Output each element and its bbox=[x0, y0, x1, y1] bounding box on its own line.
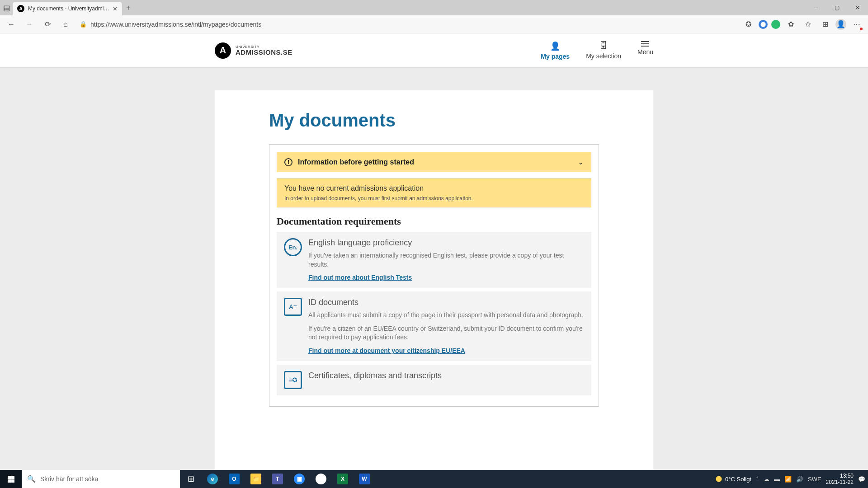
minimize-button[interactable]: ─ bbox=[806, 0, 826, 15]
requirement-title: Certificates, diplomas and transcripts bbox=[308, 371, 584, 380]
window-controls: ─ ▢ ✕ bbox=[806, 0, 868, 15]
wifi-icon[interactable]: 📶 bbox=[784, 476, 792, 483]
onedrive-icon[interactable]: ☁ bbox=[764, 476, 769, 483]
app-explorer[interactable]: 📁 bbox=[245, 470, 267, 488]
task-icons: ⊞ e O 📁 T ▣ ✦ X W bbox=[180, 470, 375, 488]
warning-banner: You have no current admissions applicati… bbox=[277, 178, 591, 207]
collections-icon[interactable]: ⊞ bbox=[818, 18, 832, 31]
browser-toolbar: ← → ⟳ ⌂ 🔒 https://www.universityadmissio… bbox=[0, 15, 868, 33]
logo-text: UNIVERSITY ADMISSIONS.SE bbox=[236, 45, 292, 56]
app-word[interactable]: W bbox=[354, 470, 375, 488]
app-teams[interactable]: T bbox=[267, 470, 288, 488]
refresh-button[interactable]: ⟳ bbox=[41, 18, 54, 31]
requirement-link[interactable]: Find out more at document your citizensh… bbox=[308, 347, 465, 354]
tray-expand-icon[interactable]: ˄ bbox=[756, 476, 759, 483]
extension-icon-2[interactable] bbox=[771, 20, 780, 29]
back-button[interactable]: ← bbox=[5, 18, 18, 31]
forward-button: → bbox=[23, 18, 36, 31]
nav-label: My selection bbox=[586, 52, 621, 60]
hamburger-icon bbox=[641, 41, 649, 47]
nav-my-pages[interactable]: 👤 My pages bbox=[541, 41, 570, 60]
tracking-icon[interactable]: ✪ bbox=[741, 18, 755, 31]
requirement-card-english: En. English language proficiency If you'… bbox=[277, 232, 591, 288]
english-icon: En. bbox=[284, 238, 302, 256]
start-button[interactable] bbox=[0, 470, 22, 488]
logo-icon: A bbox=[215, 42, 231, 59]
task-view-icon[interactable]: ⊞ bbox=[180, 470, 202, 488]
language-indicator[interactable]: SWE bbox=[808, 476, 821, 483]
id-card-icon: A≡ bbox=[284, 298, 302, 316]
chevron-down-icon: ⌄ bbox=[578, 158, 584, 166]
nav-menu[interactable]: Menu bbox=[637, 41, 653, 60]
person-icon: 👤 bbox=[550, 41, 560, 51]
page-title: My documents bbox=[269, 110, 653, 131]
address-bar[interactable]: 🔒 https://www.universityadmissions.se/in… bbox=[77, 21, 737, 28]
tab-actions-icon[interactable]: ▤ bbox=[0, 0, 13, 15]
maximize-button[interactable]: ▢ bbox=[826, 0, 847, 15]
requirement-title: English language proficiency bbox=[308, 238, 584, 248]
notifications-icon[interactable]: 💬 bbox=[858, 476, 865, 483]
weather-widget[interactable]: 0°C Soligt bbox=[715, 475, 751, 483]
new-tab-button[interactable]: ＋ bbox=[122, 1, 135, 14]
requirement-link[interactable]: Find out more about English Tests bbox=[308, 274, 412, 281]
app-slack[interactable]: ✦ bbox=[310, 470, 332, 488]
app-excel[interactable]: X bbox=[332, 470, 354, 488]
page-card: My documents ! Information before gettin… bbox=[215, 90, 653, 470]
app-edge[interactable]: e bbox=[202, 470, 223, 488]
search-placeholder: Skriv här för att söka bbox=[40, 475, 98, 483]
page-background: My documents ! Information before gettin… bbox=[0, 68, 868, 470]
site-nav: 👤 My pages 🗄 My selection Menu bbox=[541, 41, 653, 60]
tab-strip: ▤ A My documents - Universityadmi… ✕ ＋ bbox=[0, 0, 135, 15]
home-button[interactable]: ⌂ bbox=[59, 18, 72, 31]
section-heading: Documentation requirements bbox=[277, 216, 591, 227]
requirement-title: ID documents bbox=[308, 298, 584, 307]
site-header: A UNIVERSITY ADMISSIONS.SE 👤 My pages 🗄 … bbox=[0, 33, 868, 68]
volume-icon[interactable]: 🔊 bbox=[796, 476, 803, 483]
lock-icon: 🔒 bbox=[80, 21, 87, 28]
requirement-card-id: A≡ ID documents All applicants must subm… bbox=[277, 291, 591, 361]
extension-icon-1[interactable]: ⬤ bbox=[759, 20, 768, 29]
url-text: https://www.universityadmissions.se/intl… bbox=[90, 21, 261, 28]
clock[interactable]: 13:50 2021-11-22 bbox=[826, 473, 854, 486]
favorites-icon[interactable]: ✩ bbox=[801, 18, 815, 31]
windows-taskbar: 🔍 Skriv här för att söka ⊞ e O 📁 T ▣ ✦ X… bbox=[0, 470, 868, 488]
warning-text: In order to upload documents, you must f… bbox=[284, 195, 584, 202]
browser-tab[interactable]: A My documents - Universityadmi… ✕ bbox=[13, 2, 122, 15]
requirement-text: If you're a citizen of an EU/EEA country… bbox=[308, 324, 584, 342]
nav-label: Menu bbox=[637, 48, 653, 56]
system-tray: 0°C Soligt ˄ ☁ ▬ 📶 🔊 SWE 13:50 2021-11-2… bbox=[715, 473, 868, 486]
info-icon: ! bbox=[284, 158, 292, 166]
info-banner[interactable]: ! Information before getting started ⌄ bbox=[277, 152, 591, 172]
search-icon: 🔍 bbox=[27, 475, 36, 483]
browser-titlebar: ▤ A My documents - Universityadmi… ✕ ＋ ─… bbox=[0, 0, 868, 15]
briefcase-icon: 🗄 bbox=[599, 41, 608, 51]
content-box: ! Information before getting started ⌄ Y… bbox=[269, 144, 599, 407]
extensions-icon[interactable]: ✿ bbox=[784, 18, 797, 31]
close-tab-icon[interactable]: ✕ bbox=[113, 5, 118, 12]
nav-label: My pages bbox=[541, 53, 570, 60]
tab-title: My documents - Universityadmi… bbox=[28, 5, 109, 12]
info-banner-title: Information before getting started bbox=[298, 158, 572, 166]
warning-title: You have no current admissions applicati… bbox=[284, 184, 584, 192]
profile-avatar[interactable]: 👤 bbox=[835, 19, 846, 30]
requirement-text: If you've taken an internationally recog… bbox=[308, 251, 584, 269]
taskbar-search[interactable]: 🔍 Skriv här för att söka bbox=[22, 470, 180, 488]
nav-my-selection[interactable]: 🗄 My selection bbox=[586, 41, 621, 60]
toolbar-right: ✪ ⬤ ✿ ✩ ⊞ 👤 ⋯ bbox=[741, 18, 863, 31]
battery-icon[interactable]: ▬ bbox=[774, 476, 780, 483]
requirement-card-certificates: ≡✪ Certificates, diplomas and transcript… bbox=[277, 365, 591, 395]
close-window-button[interactable]: ✕ bbox=[847, 0, 868, 15]
site-logo[interactable]: A UNIVERSITY ADMISSIONS.SE bbox=[215, 42, 292, 59]
app-outlook[interactable]: O bbox=[223, 470, 245, 488]
favicon-icon: A bbox=[17, 5, 24, 12]
settings-more-icon[interactable]: ⋯ bbox=[850, 18, 863, 31]
windows-icon bbox=[8, 476, 14, 483]
sun-icon bbox=[715, 475, 722, 483]
certificate-icon: ≡✪ bbox=[284, 371, 302, 389]
requirement-text: All applicants must submit a copy of the… bbox=[308, 311, 584, 320]
app-zoom[interactable]: ▣ bbox=[288, 470, 310, 488]
